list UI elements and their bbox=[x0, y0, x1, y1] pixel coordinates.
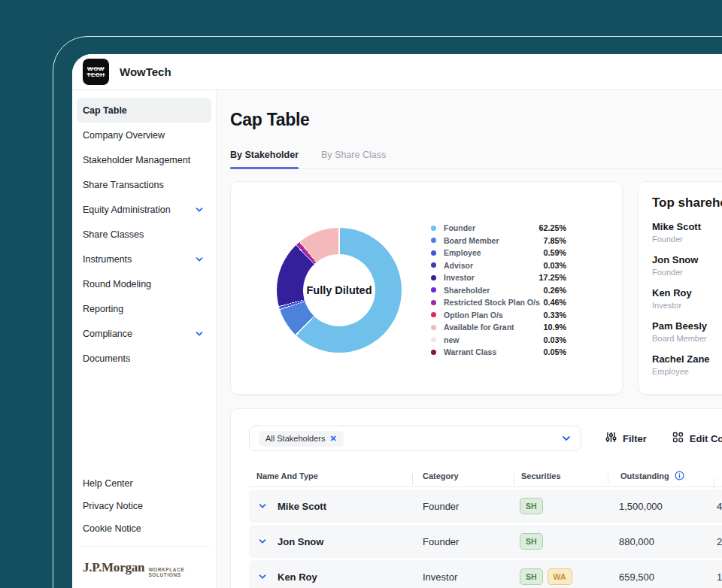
filter-chip: All Stakeholders ✕ bbox=[259, 431, 344, 447]
legend-item: Warrant Class0.05% bbox=[431, 346, 566, 359]
legend-percent: 0.33% bbox=[543, 311, 566, 320]
column-header-outstanding[interactable]: Outstanding bbox=[608, 471, 714, 480]
row-expand-chevron-icon[interactable] bbox=[258, 502, 267, 511]
legend-label: Board Member bbox=[444, 236, 499, 245]
legend-percent: 0.46% bbox=[543, 298, 566, 307]
category-cell: Investor bbox=[412, 571, 514, 583]
security-badge-wa: WA bbox=[548, 568, 572, 585]
sidebar-item-documents[interactable]: Documents bbox=[77, 346, 211, 371]
legend-label: new bbox=[444, 335, 459, 344]
app-window: WOW TECH WowTech Cap TableCompany Overvi… bbox=[72, 54, 722, 588]
wowtech-logo-icon: WOW TECH bbox=[83, 59, 109, 85]
filter-label: Filter bbox=[623, 433, 647, 444]
legend-percent: 0.26% bbox=[543, 286, 566, 295]
legend-item: new0.03% bbox=[431, 334, 566, 347]
sidebar-item-instruments[interactable]: Instruments bbox=[77, 247, 211, 271]
stakeholder-filter-select[interactable]: All Stakeholders ✕ bbox=[249, 426, 581, 451]
legend-item: Shareholder0.26% bbox=[431, 284, 566, 297]
shareholder-role: Board Member bbox=[652, 334, 722, 343]
chip-remove-icon[interactable]: ✕ bbox=[330, 434, 337, 444]
sidebar-item-label: Round Modeling bbox=[83, 279, 151, 289]
fully-diluted-donut-chart[interactable]: Fully Diluted bbox=[277, 228, 402, 353]
legend-percent: 7.85% bbox=[543, 236, 566, 245]
legend-item: Investor17.25% bbox=[431, 271, 566, 284]
sidebar-item-reporting[interactable]: Reporting bbox=[77, 296, 211, 321]
chevron-down-icon[interactable] bbox=[195, 205, 204, 214]
sidebar-item-share-transactions[interactable]: Share Transactions bbox=[77, 172, 211, 197]
stakeholder-name: Ken Roy bbox=[278, 571, 317, 583]
tab-bar: By StakeholderBy Share Class bbox=[230, 150, 722, 169]
sidebar-item-round-modeling[interactable]: Round Modeling bbox=[77, 271, 211, 296]
main-content: Cap Table By StakeholderBy Share Class F… bbox=[217, 90, 722, 588]
legend-label: Employee bbox=[444, 248, 481, 257]
sidebar-item-compliance[interactable]: Compliance bbox=[77, 321, 211, 346]
legend-label: Founder bbox=[444, 223, 475, 232]
stakeholder-name: Mike Scott bbox=[278, 501, 326, 512]
sidebar-link-cookie-notice[interactable]: Cookie Notice bbox=[77, 517, 211, 540]
sidebar-item-label: Compliance bbox=[83, 329, 132, 339]
filter-icon bbox=[605, 432, 617, 445]
legend-label: Advisor bbox=[444, 261, 473, 270]
filter-chip-label: All Stakeholders bbox=[265, 434, 326, 443]
logo-text-bottom: TECH bbox=[87, 72, 105, 78]
legend-label: Option Plan O/s bbox=[444, 311, 503, 320]
donut-hole: Fully Diluted bbox=[303, 254, 375, 326]
sidebar-link-privacy-notice[interactable]: Privacy Notice bbox=[77, 495, 211, 517]
sidebar-item-share-classes[interactable]: Share Classes bbox=[77, 222, 211, 247]
sidebar-item-label: Documents bbox=[83, 353, 130, 364]
row-expand-chevron-icon[interactable] bbox=[258, 572, 267, 581]
legend-percent: 0.59% bbox=[543, 248, 566, 257]
table-header: Name And Type Category Securities Outsta… bbox=[249, 471, 722, 487]
legend-dot-icon bbox=[431, 325, 436, 330]
chevron-down-icon[interactable] bbox=[195, 329, 204, 338]
sidebar-item-equity-administration[interactable]: Equity Administration bbox=[77, 197, 211, 222]
sidebar-item-cap-table[interactable]: Cap Table bbox=[77, 98, 211, 123]
category-cell: Founder bbox=[412, 536, 514, 547]
chevron-down-icon[interactable] bbox=[195, 255, 204, 264]
column-header-name[interactable]: Name And Type bbox=[249, 471, 412, 480]
donut-center-label: Fully Diluted bbox=[307, 284, 372, 296]
ownership-chart-card: Fully Diluted Founder62.25%Board Member7… bbox=[230, 181, 623, 395]
page-title: Cap Table bbox=[230, 110, 722, 130]
shareholder-name: Jon Snow bbox=[652, 254, 722, 265]
legend-dot-icon bbox=[431, 287, 436, 292]
info-icon[interactable] bbox=[675, 471, 684, 480]
outstanding-cell: 1,500,000 bbox=[608, 501, 714, 512]
sidebar-item-company-overview[interactable]: Company Overview bbox=[77, 123, 211, 147]
sidebar-item-stakeholder-management[interactable]: Stakeholder Management bbox=[77, 147, 211, 172]
table-row[interactable]: Jon SnowFounderSH880,0002 bbox=[249, 525, 722, 558]
stakeholder-table-card: All Stakeholders ✕ bbox=[230, 408, 722, 588]
chevron-down-icon[interactable] bbox=[561, 433, 572, 444]
sidebar-link-help-center[interactable]: Help Center bbox=[77, 472, 211, 495]
security-badge-sh: SH bbox=[520, 533, 543, 550]
table-row[interactable]: Ken RoyInvestorSHWA659,5001 bbox=[249, 560, 722, 588]
shareholder-entry: Jon SnowFounder bbox=[652, 254, 722, 277]
column-header-category[interactable]: Category bbox=[412, 471, 514, 480]
shareholder-entry: Pam BeeslyBoard Member bbox=[652, 320, 722, 343]
legend-dot-icon bbox=[431, 337, 436, 342]
column-header-securities[interactable]: Securities bbox=[514, 471, 608, 480]
legend-item: Board Member7.85% bbox=[431, 235, 566, 247]
tab-by-stakeholder[interactable]: By Stakeholder bbox=[230, 150, 299, 168]
sidebar-item-label: Share Transactions bbox=[83, 180, 164, 190]
row-expand-chevron-icon[interactable] bbox=[258, 537, 267, 546]
legend-dot-icon bbox=[431, 262, 436, 268]
filter-button[interactable]: Filter bbox=[605, 432, 647, 445]
securities-cell: SHWA bbox=[514, 568, 608, 585]
sidebar-item-label: Reporting bbox=[83, 304, 123, 314]
jpmorgan-logo: J.P.Morgan WORKPLACE SOLUTIONS bbox=[77, 553, 211, 588]
legend-percent: 10.9% bbox=[543, 323, 566, 332]
legend-percent: 0.03% bbox=[543, 261, 566, 270]
security-badge-sh: SH bbox=[520, 498, 543, 514]
jpmorgan-wordmark: J.P.Morgan bbox=[83, 560, 144, 575]
grid-icon bbox=[672, 432, 684, 445]
clipped-cell: 1 bbox=[714, 571, 722, 583]
table-row[interactable]: Mike ScottFounderSH1,500,0004 bbox=[249, 489, 722, 523]
tab-by-share-class[interactable]: By Share Class bbox=[321, 150, 386, 168]
legend-dot-icon bbox=[431, 226, 436, 231]
legend-item: Advisor0.03% bbox=[431, 259, 566, 272]
legend-percent: 0.05% bbox=[543, 347, 566, 356]
legend-item: Founder62.25% bbox=[431, 222, 566, 235]
edit-columns-button[interactable]: Edit Columns bbox=[672, 432, 722, 445]
legend-percent: 0.03% bbox=[543, 335, 566, 344]
